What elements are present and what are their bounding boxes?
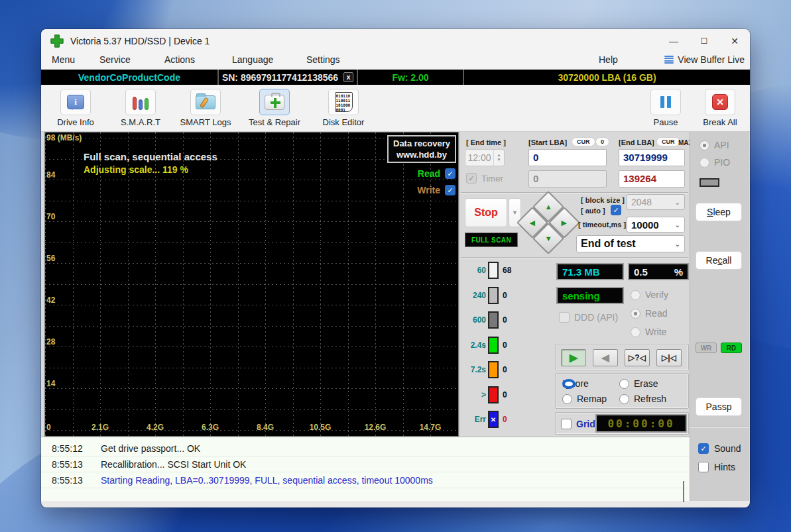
timer-label: Timer xyxy=(481,174,503,184)
read-radio[interactable] xyxy=(631,309,640,319)
reverse-button[interactable]: ◀ xyxy=(593,349,618,366)
timeout-select[interactable]: 10000⌄ xyxy=(627,217,685,233)
end-lba-cur-button[interactable]: CUR xyxy=(657,138,680,146)
title-bar[interactable]: Victoria 5.37 HDD/SSD | Device 1 — ☐ ✕ xyxy=(41,29,750,53)
ddd-check-row: DDD (API) xyxy=(559,312,618,323)
data-read-display: 71.3 MB xyxy=(556,263,624,280)
erase-radio[interactable] xyxy=(619,379,629,389)
jump-end-button[interactable]: ▷|◁ xyxy=(656,349,682,366)
menu-item-service[interactable]: Service xyxy=(99,54,131,65)
y-tick: 56 xyxy=(46,254,55,263)
start-lba-cur-button[interactable]: CUR xyxy=(572,138,595,146)
folder-pencil-icon xyxy=(196,95,215,109)
sleep-button[interactable]: Sleep xyxy=(696,203,742,221)
bucket-swatch xyxy=(488,386,499,403)
ddd-checkbox[interactable] xyxy=(559,312,570,323)
close-button[interactable]: ✕ xyxy=(719,29,750,53)
smart-logs-button[interactable]: SMART Logs xyxy=(176,89,235,127)
bucket-swatch xyxy=(488,262,499,279)
read-toggle-row: Read ✓ xyxy=(418,168,456,179)
log-row[interactable]: 8:55:13 Starting Reading, LBA=0..3071999… xyxy=(41,472,690,488)
progress-display: 0.5% xyxy=(628,263,689,280)
passport-button[interactable]: Passp xyxy=(696,398,742,416)
write-label: Write xyxy=(417,185,440,195)
x-tick: 10.5G xyxy=(306,423,335,432)
menu-item-settings[interactable]: Settings xyxy=(306,54,340,65)
start-test-button[interactable]: ▶ xyxy=(561,349,586,366)
test-repair-button[interactable]: Test & Repair xyxy=(245,89,304,127)
ignore-radio[interactable] xyxy=(562,379,576,389)
drive-info-button[interactable]: i Drive Info xyxy=(46,89,105,127)
menu-item-menu[interactable]: Menu xyxy=(52,54,75,65)
maximize-button[interactable]: ☐ xyxy=(689,29,719,53)
log-row[interactable]: 8:55:12 Get drive passport... OK xyxy=(41,441,690,456)
jump-defect-button[interactable]: ▷?◁ xyxy=(625,349,650,366)
end-of-test-select[interactable]: End of test⌄ xyxy=(576,235,685,252)
timer-checkbox[interactable]: ✓ xyxy=(466,173,477,184)
pause-button[interactable]: Pause xyxy=(637,89,695,127)
ignore-radio-row: Ignore xyxy=(562,378,589,389)
auto-label: [ auto ] xyxy=(581,207,605,215)
read-label: Read xyxy=(418,168,440,179)
end-time-spinner[interactable]: 12:00 ▲▼ xyxy=(465,149,505,166)
device-info-bar: VendorCoProductCode SN: 8969791177412138… xyxy=(41,70,750,85)
window-title: Victoria 5.37 HDD/SSD | Device 1 xyxy=(70,36,210,46)
log-row[interactable]: 8:55:13 Recallibration... SCSI Start Uni… xyxy=(41,456,690,472)
x-tick: 2.1G xyxy=(86,423,115,432)
y-tick: 28 xyxy=(46,337,55,346)
chevron-down-icon: ⌄ xyxy=(675,221,680,229)
smart-button[interactable]: S.M.A.R.T xyxy=(111,89,170,127)
log-scrollbar[interactable] xyxy=(683,481,684,502)
menu-item-help[interactable]: Help xyxy=(599,54,618,65)
main-toolbar: i Drive Info S.M.A.R.T SMART Logs Test &… xyxy=(41,85,750,132)
scale-adjust-text: Adjusting scale... 119 % xyxy=(84,164,188,175)
sound-checkbox[interactable]: ✓ xyxy=(698,443,709,454)
serial-hide-button[interactable]: x xyxy=(343,72,353,82)
binary-page-icon: 010110 110011 101000 0001 xyxy=(335,92,353,112)
break-all-x-icon: ✕ xyxy=(712,94,728,110)
content-area: 98 (MB/s) 84 70 56 42 28 14 0 2.1G 4.2G … xyxy=(41,132,750,501)
read-checkbox[interactable]: ✓ xyxy=(445,168,456,179)
victoria-app-window: Victoria 5.37 HDD/SSD | Device 1 — ☐ ✕ M… xyxy=(41,29,750,507)
y-tick: 84 xyxy=(46,170,55,180)
error-x-icon: ✕ xyxy=(488,411,499,428)
smart-tubes-icon xyxy=(133,94,149,110)
drive-info-icon: i xyxy=(67,95,84,109)
y-tick: 42 xyxy=(46,295,55,305)
refresh-radio[interactable] xyxy=(619,394,629,404)
scan-mode-text: Full scan, sequential access xyxy=(84,151,217,162)
current-lba-display: 0 xyxy=(528,170,607,187)
start-lba-label: [Start LBA] xyxy=(528,138,567,146)
break-all-button[interactable]: ✕ Break All xyxy=(691,89,749,127)
hints-checkbox[interactable] xyxy=(698,462,709,472)
read-radio-row: Read xyxy=(631,308,667,319)
verify-radio[interactable] xyxy=(631,290,640,300)
disk-editor-button[interactable]: 010110 110011 101000 0001 Disk Editor xyxy=(314,89,373,127)
end-lba-label: [End LBA] xyxy=(619,138,654,146)
device-model[interactable]: VendorCoProductCode xyxy=(41,70,219,85)
spinner-arrows-icon[interactable]: ▲▼ xyxy=(493,150,504,166)
start-lba-input[interactable]: 0 xyxy=(528,149,607,166)
auto-checkbox[interactable]: ✓ xyxy=(611,205,621,215)
histogram-row-errors: Err ✕ 0 xyxy=(462,411,507,428)
menu-item-actions[interactable]: Actions xyxy=(164,54,195,65)
write-radio[interactable] xyxy=(631,327,640,337)
chevron-down-icon: ⌄ xyxy=(675,240,680,248)
device-firmware: Fw: 2.00 xyxy=(358,70,464,85)
view-buffer-live[interactable]: View Buffer Live xyxy=(664,54,745,65)
menu-item-language[interactable]: Language xyxy=(232,54,273,65)
remap-radio[interactable] xyxy=(562,394,572,404)
write-checkbox[interactable]: ✓ xyxy=(445,185,456,195)
stop-button[interactable]: Stop xyxy=(465,198,507,227)
pio-radio[interactable] xyxy=(700,158,709,168)
end-lba-input[interactable]: 30719999 xyxy=(619,149,685,166)
x-tick: 8.4G xyxy=(251,423,280,432)
start-lba-zero-button[interactable]: 0 xyxy=(596,138,609,146)
api-radio[interactable] xyxy=(700,140,709,150)
recall-button[interactable]: Recall xyxy=(696,251,742,270)
minimize-button[interactable]: — xyxy=(658,29,689,53)
grid-checkbox[interactable] xyxy=(561,419,572,429)
timer-check-row: ✓ Timer xyxy=(466,173,503,184)
read-indicator: RD xyxy=(721,343,742,353)
block-size-select[interactable]: 2048⌄ xyxy=(627,194,685,210)
